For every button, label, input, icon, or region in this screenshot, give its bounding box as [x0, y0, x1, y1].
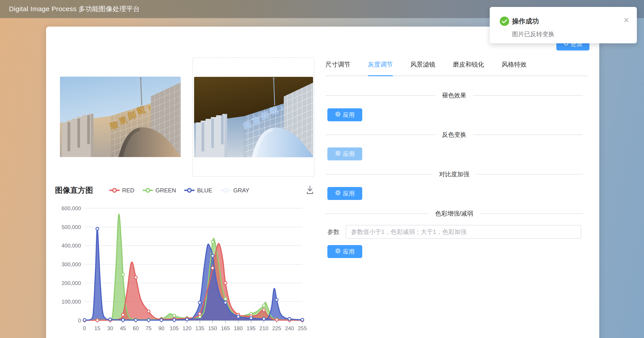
success-check-icon [500, 16, 510, 27]
apply-button-fade[interactable]: 应用 [327, 108, 362, 121]
parameter-row: 参数 [327, 225, 581, 239]
processed-image-container: 華東師範 [192, 57, 314, 177]
legend-item-gray[interactable]: GRAY [220, 187, 249, 194]
svg-text:600,000: 600,000 [62, 205, 81, 211]
svg-text:105: 105 [170, 325, 179, 331]
section-title-fade: 褪色效果 [435, 91, 473, 99]
legend-marker-blue [184, 187, 195, 193]
success-toast: 操作成功 图片已反转变换 [490, 7, 637, 43]
svg-text:240: 240 [285, 325, 294, 331]
legend-label: BLUE [197, 187, 212, 194]
section-title-invert: 反色变换 [435, 131, 473, 139]
tab-bar: 尺寸调节 灰度调节 风景滤镜 磨皮和锐化 风格特效 [325, 60, 526, 69]
svg-text:120: 120 [182, 325, 192, 331]
parameter-label: 参数 [327, 228, 340, 236]
toast-title: 操作成功 [512, 17, 539, 26]
section-divider-color-adjust: 色彩增强/减弱 [325, 210, 583, 218]
tab-smooth-sharpen[interactable]: 磨皮和锐化 [453, 60, 484, 69]
svg-text:180: 180 [234, 325, 243, 331]
section-title-contrast: 对比度加强 [432, 170, 476, 178]
legend-label: GRAY [233, 187, 249, 194]
section-title-color-adjust: 色彩增强/减弱 [428, 210, 480, 218]
svg-text:255: 255 [298, 325, 307, 331]
svg-text:150: 150 [208, 325, 217, 331]
svg-text:195: 195 [247, 325, 256, 331]
legend-marker-red [109, 187, 120, 193]
svg-text:15: 15 [94, 325, 100, 331]
apply-button-label: 应用 [343, 111, 355, 119]
svg-text:165: 165 [221, 325, 230, 331]
original-gate-photo: 華東師範 [60, 77, 181, 157]
tab-scenery-filter[interactable]: 风景滤镜 [410, 60, 435, 69]
section-divider-contrast: 对比度加强 [325, 170, 583, 178]
histogram-chart: 0100,000200,000300,000400,000500,000600,… [54, 199, 318, 335]
svg-text:500,000: 500,000 [62, 224, 81, 230]
main-panel: 还原 華東師範 華東師範 图像直方图 REDGREENBLUEGRAY 0100… [46, 26, 599, 338]
gear-icon [335, 190, 341, 197]
legend-label: GREEN [156, 187, 176, 194]
svg-text:400,000: 400,000 [62, 243, 81, 249]
legend-item-red[interactable]: RED [109, 187, 134, 194]
download-icon[interactable] [306, 185, 314, 196]
histogram-title: 图像直方图 [55, 185, 93, 195]
gear-icon [335, 248, 341, 255]
svg-text:0: 0 [83, 325, 86, 331]
apply-button-label: 应用 [343, 150, 355, 158]
original-image: 華東師範 [60, 77, 181, 157]
section-divider-fade: 褪色效果 [325, 91, 583, 99]
toast-message: 图片已反转变换 [512, 30, 554, 38]
tab-grayscale-adjust[interactable]: 灰度调节 [368, 60, 393, 69]
legend-marker-green [142, 187, 153, 193]
svg-text:30: 30 [107, 325, 113, 331]
histogram-header: 图像直方图 REDGREENBLUEGRAY [55, 184, 317, 196]
legend-label: RED [122, 187, 134, 194]
svg-text:210: 210 [260, 325, 268, 331]
svg-text:90: 90 [158, 325, 164, 331]
svg-text:225: 225 [272, 325, 281, 331]
apply-button-contrast[interactable]: 应用 [327, 187, 362, 200]
chart-legend: REDGREENBLUEGRAY [109, 187, 306, 194]
svg-text:200,000: 200,000 [62, 280, 81, 286]
apply-button-invert[interactable]: 应用 [327, 147, 362, 160]
tab-size-adjust[interactable]: 尺寸调节 [325, 60, 350, 69]
svg-text:100,000: 100,000 [62, 299, 81, 305]
close-icon[interactable] [623, 17, 630, 24]
legend-marker-gray [220, 187, 231, 193]
legend-item-blue[interactable]: BLUE [184, 187, 212, 194]
tab-style-effects[interactable]: 风格特效 [502, 60, 526, 69]
tabs-track [325, 75, 588, 76]
tabs-active-indicator [368, 75, 393, 76]
app-title: Digital Image Process 多功能图像处理平台 [9, 4, 140, 14]
apply-button-color-adjust[interactable]: 应用 [327, 245, 362, 258]
svg-text:300,000: 300,000 [62, 261, 81, 267]
svg-text:60: 60 [133, 325, 139, 331]
gear-icon [335, 111, 341, 119]
section-divider-invert: 反色变换 [325, 131, 583, 139]
svg-text:0: 0 [78, 318, 81, 324]
svg-text:45: 45 [120, 325, 126, 331]
legend-item-green[interactable]: GREEN [142, 187, 176, 194]
inverted-gate-photo: 華東師範 [194, 77, 313, 157]
settings-panel: 尺寸调节 灰度调节 风景滤镜 磨皮和锐化 风格特效 褪色效果 应用 反色变换 应… [325, 26, 588, 317]
apply-button-label: 应用 [343, 248, 355, 256]
apply-button-label: 应用 [343, 190, 355, 198]
gear-icon [335, 150, 341, 158]
svg-text:75: 75 [146, 325, 152, 331]
parameter-input[interactable] [346, 225, 581, 239]
svg-text:135: 135 [196, 325, 204, 331]
processed-image: 華東師範 [194, 77, 313, 157]
